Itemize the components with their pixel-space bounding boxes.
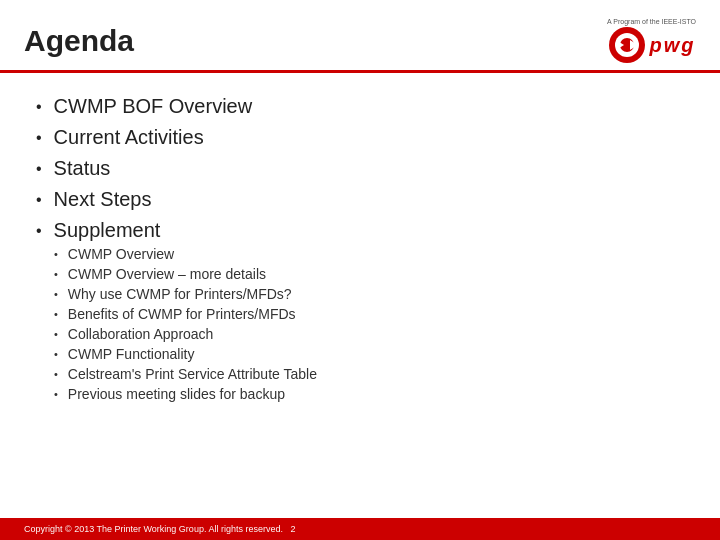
sub-list-item-collaboration: • Collaboration Approach bbox=[54, 326, 317, 342]
list-item-label: CWMP BOF Overview bbox=[54, 95, 253, 118]
bullet-icon: • bbox=[36, 222, 42, 240]
sub-list-item-cwmp-overview-more: • CWMP Overview – more details bbox=[54, 266, 317, 282]
logo-badge-label: A Program of the IEEE-ISTO bbox=[607, 18, 696, 25]
sub-list-item-label: CWMP Overview bbox=[68, 246, 174, 262]
bullet-icon: • bbox=[36, 129, 42, 147]
bullet-icon: • bbox=[36, 191, 42, 209]
sub-list-item-why-cwmp: • Why use CWMP for Printers/MFDs? bbox=[54, 286, 317, 302]
sub-bullet-icon: • bbox=[54, 368, 58, 380]
logo-container: A Program of the IEEE-ISTO pwg bbox=[607, 18, 696, 64]
sub-list-item-cwmp-functionality: • CWMP Functionality bbox=[54, 346, 317, 362]
sub-list-item-label: Why use CWMP for Printers/MFDs? bbox=[68, 286, 292, 302]
footer-text-content: Copyright © 2013 The Printer Working Gro… bbox=[24, 524, 283, 534]
sub-list-item-label: CWMP Functionality bbox=[68, 346, 195, 362]
sub-bullet-icon: • bbox=[54, 288, 58, 300]
sub-list-item-label: Celstream's Print Service Attribute Tabl… bbox=[68, 366, 317, 382]
pwg-logo-text: pwg bbox=[650, 34, 696, 57]
sub-list-item-label: Previous meeting slides for backup bbox=[68, 386, 285, 402]
sub-list-item-label: Collaboration Approach bbox=[68, 326, 214, 342]
sub-list-item-cwmp-overview: • CWMP Overview bbox=[54, 246, 317, 262]
list-item-cwmp-bof: • CWMP BOF Overview bbox=[36, 95, 684, 118]
sub-bullet-icon: • bbox=[54, 268, 58, 280]
bullet-icon: • bbox=[36, 98, 42, 116]
footer: Copyright © 2013 The Printer Working Gro… bbox=[0, 518, 720, 540]
sub-bullet-list: • CWMP Overview • CWMP Overview – more d… bbox=[54, 246, 317, 406]
sub-bullet-icon: • bbox=[54, 388, 58, 400]
slide: Agenda A Program of the IEEE-ISTO bbox=[0, 0, 720, 540]
sub-list-item-label: CWMP Overview – more details bbox=[68, 266, 266, 282]
list-item-label: Status bbox=[54, 157, 111, 180]
sub-bullet-icon: • bbox=[54, 308, 58, 320]
content-area: • CWMP BOF Overview • Current Activities… bbox=[0, 73, 720, 424]
sub-list-item-prev-meeting: • Previous meeting slides for backup bbox=[54, 386, 317, 402]
sub-bullet-icon: • bbox=[54, 248, 58, 260]
sub-list-item-label: Benefits of CWMP for Printers/MFDs bbox=[68, 306, 296, 322]
sub-bullet-icon: • bbox=[54, 328, 58, 340]
list-item-label: Next Steps bbox=[54, 188, 152, 211]
sub-list-item-benefits: • Benefits of CWMP for Printers/MFDs bbox=[54, 306, 317, 322]
list-item-label: Current Activities bbox=[54, 126, 204, 149]
list-item-current-activities: • Current Activities bbox=[36, 126, 684, 149]
list-item-status: • Status bbox=[36, 157, 684, 180]
sub-bullet-icon: • bbox=[54, 348, 58, 360]
sub-list-item-celstream: • Celstream's Print Service Attribute Ta… bbox=[54, 366, 317, 382]
list-item-next-steps: • Next Steps bbox=[36, 188, 684, 211]
list-item-label: Supplement bbox=[54, 219, 161, 242]
footer-copyright: Copyright © 2013 The Printer Working Gro… bbox=[24, 524, 295, 534]
logo-circle bbox=[608, 26, 646, 64]
main-bullet-list: • CWMP BOF Overview • Current Activities… bbox=[36, 95, 684, 406]
bullet-icon: • bbox=[36, 160, 42, 178]
list-item-supplement: • Supplement • CWMP Overview • CWMP Over… bbox=[36, 219, 684, 406]
footer-page-number: 2 bbox=[290, 524, 295, 534]
header: Agenda A Program of the IEEE-ISTO bbox=[0, 0, 720, 73]
slide-title: Agenda bbox=[24, 24, 134, 58]
